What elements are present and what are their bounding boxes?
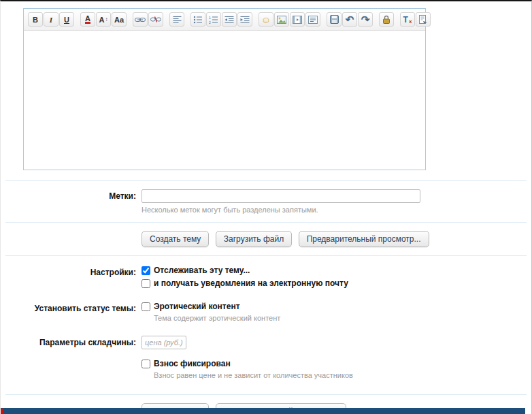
image-button[interactable] — [274, 12, 289, 27]
page: B I U A A↕ Aa — [0, 0, 532, 414]
text-color-icon: A — [85, 15, 90, 24]
font-size-button[interactable]: A↕ — [96, 12, 111, 27]
watch-topic-checkbox[interactable] — [142, 266, 150, 275]
params-label: Параметры складчины: — [1, 336, 142, 347]
link-button[interactable] — [133, 12, 148, 27]
indent-icon — [240, 16, 250, 24]
align-button[interactable] — [169, 12, 184, 27]
group-insert: ☺ — [259, 12, 320, 27]
watch-topic-option[interactable]: Отслеживать эту тему... — [142, 266, 531, 275]
group-link — [133, 12, 163, 27]
underline-button[interactable]: U — [59, 12, 74, 27]
bold-button[interactable]: B — [28, 12, 43, 27]
lock-button[interactable] — [379, 12, 394, 27]
fixed-fee-hint: Взнос равен цене и не зависит от количес… — [154, 371, 531, 379]
bottom-bar-accent — [1, 409, 3, 413]
rich-text-editor: B I U A A↕ Aa — [23, 8, 426, 170]
topic-status-label: Установить статус темы: — [1, 302, 142, 313]
font-size-arrows-icon: ↕ — [105, 16, 107, 22]
group-format-tools: Tx — [400, 12, 431, 27]
editor-body[interactable] — [24, 31, 425, 170]
fixed-fee-option[interactable]: Взнос фиксирован — [142, 359, 531, 368]
undo-icon: ↶ — [346, 14, 354, 26]
media-button[interactable] — [290, 12, 305, 27]
group-lock — [379, 12, 394, 27]
indent-button[interactable] — [237, 12, 252, 27]
group-align — [169, 12, 184, 27]
bullet-list-button[interactable] — [190, 12, 205, 27]
numbered-list-button[interactable]: 12 — [206, 12, 221, 27]
bullet-list-icon — [193, 16, 203, 24]
editor-toolbar: B I U A A↕ Aa — [24, 9, 425, 31]
empty-label — [1, 403, 142, 405]
svg-text:1: 1 — [209, 16, 211, 20]
unlink-button[interactable] — [148, 12, 163, 27]
email-notify-option[interactable]: и получать уведомления на электронную по… — [142, 278, 531, 288]
outdent-icon — [225, 16, 234, 24]
drafts-button[interactable] — [327, 12, 342, 27]
spacer — [1, 170, 531, 180]
fixed-fee-checkbox[interactable] — [142, 360, 150, 368]
align-icon — [173, 16, 182, 24]
numbered-list-icon: 12 — [209, 16, 218, 24]
quote-button[interactable] — [305, 12, 320, 27]
italic-button[interactable]: I — [44, 12, 59, 27]
mid-buttons-row: Создать тему Загрузить файл Предваритель… — [1, 223, 531, 255]
price-input[interactable] — [142, 336, 186, 349]
bbcode-toggle-button[interactable] — [416, 12, 431, 27]
erotic-content-hint: Тема содержит эротический контент — [154, 314, 531, 322]
svg-text:2: 2 — [209, 20, 211, 24]
tags-hint: Несколько меток могут быть разделены зап… — [142, 206, 531, 214]
group-basic-format: B I U — [28, 12, 74, 27]
outdent-button[interactable] — [222, 12, 237, 27]
create-topic-button[interactable]: Создать тему — [142, 231, 209, 247]
upload-file-button[interactable]: Загрузить файл — [216, 231, 292, 247]
unlink-icon — [150, 16, 161, 23]
erotic-content-label: Эротический контент — [154, 302, 240, 311]
smiley-icon: ☺ — [261, 15, 271, 25]
underline-icon: U — [64, 16, 69, 24]
undo-button[interactable]: ↶ — [342, 12, 357, 27]
save-draft-icon — [330, 15, 339, 24]
remove-format-button[interactable]: Tx — [400, 12, 415, 27]
italic-icon: I — [50, 16, 52, 24]
image-icon — [277, 16, 286, 24]
bottom-bar — [1, 408, 525, 414]
erotic-content-option[interactable]: Эротический контент — [142, 302, 531, 311]
font-size-icon: A — [99, 16, 105, 24]
media-icon — [293, 16, 302, 24]
redo-button[interactable]: ↷ — [358, 12, 373, 27]
font-family-icon: Aa — [114, 16, 124, 24]
quote-icon — [308, 16, 318, 24]
email-notify-label: и получать уведомления на электронную по… — [154, 278, 348, 288]
tags-row: Метки: Несколько меток могут быть раздел… — [1, 181, 531, 222]
remove-format-icon: T — [403, 15, 408, 25]
group-font: A A↕ Aa — [80, 12, 127, 27]
email-notify-checkbox[interactable] — [142, 279, 150, 288]
lock-icon — [382, 15, 390, 24]
settings-row: Настройки: Отслеживать эту тему... и пол… — [1, 256, 531, 288]
topic-status-row: Установить статус темы: Эротический конт… — [1, 288, 531, 322]
redo-icon: ↷ — [361, 14, 370, 26]
params-row: Параметры складчины: Взнос фиксирован Вз… — [1, 322, 531, 379]
empty-label — [1, 231, 142, 233]
font-family-button[interactable]: Aa — [112, 12, 127, 27]
remove-format-x-icon: x — [409, 18, 412, 25]
group-lists: 12 — [190, 12, 252, 27]
watch-topic-label: Отслеживать эту тему... — [154, 266, 250, 275]
text-color-button[interactable]: A — [80, 12, 95, 27]
group-drafts: ↶ ↷ — [327, 12, 373, 27]
tags-label: Метки: — [1, 189, 142, 201]
fixed-fee-label: Взнос фиксирован — [154, 359, 231, 368]
erotic-content-checkbox[interactable] — [142, 302, 150, 311]
preview-button[interactable]: Предварительный просмотр... — [299, 231, 429, 247]
settings-label: Настройки: — [1, 266, 142, 277]
link-icon — [135, 16, 146, 23]
tags-input[interactable] — [142, 189, 420, 203]
bbcode-editor-icon — [419, 15, 428, 24]
bold-icon: B — [33, 16, 38, 24]
spacer — [1, 379, 531, 394]
smiley-button[interactable]: ☺ — [259, 12, 273, 27]
